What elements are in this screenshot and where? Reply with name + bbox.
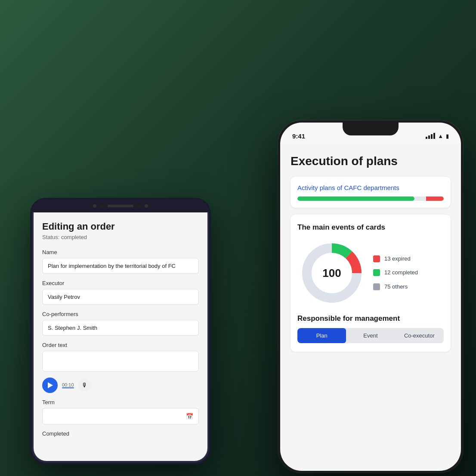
order-text-input[interactable] xyxy=(42,351,199,372)
legend-dot-others xyxy=(373,283,380,290)
signal-bar-1 xyxy=(426,137,427,139)
android-speaker xyxy=(108,205,133,207)
progress-bar-green xyxy=(297,197,414,201)
executor-label: Executor xyxy=(42,280,199,286)
order-text-label: Order text xyxy=(42,342,199,348)
iphone-time: 9:41 xyxy=(292,132,305,140)
name-label: Name xyxy=(42,249,199,255)
progress-bar-red xyxy=(426,197,444,201)
term-label: Term xyxy=(42,399,199,405)
activity-plans-title: Activity plans of CAFC departments xyxy=(297,184,444,192)
legend-item-expired: 13 expired xyxy=(373,255,444,263)
name-input[interactable]: Plan for implementation by the territori… xyxy=(42,258,199,274)
progress-bar xyxy=(297,197,444,201)
app-title: Execution of plans xyxy=(291,154,451,168)
legend-dot-expired xyxy=(373,255,380,262)
executor-input[interactable]: Vasily Petrov xyxy=(42,289,199,305)
tab-event[interactable]: Event xyxy=(346,328,395,343)
signal-bar-3 xyxy=(431,134,433,139)
co-performers-label: Co-performers xyxy=(42,311,199,317)
legend-item-completed: 12 completed xyxy=(373,269,444,276)
term-input[interactable]: 📅 xyxy=(42,408,199,424)
mic-icon[interactable]: 🎙 xyxy=(78,379,91,392)
audio-player: 00:10 🎙 xyxy=(42,378,199,393)
play-icon xyxy=(48,382,53,388)
android-notch-bar xyxy=(32,200,209,212)
android-status-text: Status: completed xyxy=(42,234,199,240)
battery-icon: ▮ xyxy=(446,133,449,139)
legend-dot-completed xyxy=(373,269,380,276)
tab-plan[interactable]: Plan xyxy=(297,328,346,343)
android-phone: Editing an order Status: completed Name … xyxy=(30,198,211,464)
completed-label: Completed xyxy=(42,430,199,437)
signal-bar-2 xyxy=(428,135,430,139)
android-screen: Editing an order Status: completed Name … xyxy=(34,212,207,461)
legend-label-expired: 13 expired xyxy=(384,255,411,263)
iphone: 9:41 ▲ ▮ Execution of plans Activity pla… xyxy=(278,120,463,473)
events-content: 100 13 expired 12 completed xyxy=(297,239,444,307)
android-app-title: Editing an order xyxy=(42,221,199,232)
audio-time: 00:10 xyxy=(62,382,74,387)
legend-label-others: 75 others xyxy=(384,283,408,291)
legend-label-completed: 12 completed xyxy=(384,269,418,276)
donut-chart: 100 xyxy=(297,239,366,307)
co-performers-input[interactable]: S. Stephen J. Smith xyxy=(42,320,199,336)
activity-plans-card: Activity plans of CAFC departments xyxy=(291,177,451,208)
events-card: The main events of cards 100 xyxy=(291,215,451,352)
iphone-screen: Execution of plans Activity plans of CAF… xyxy=(280,144,461,471)
wifi-icon: ▲ xyxy=(438,133,443,139)
android-front-camera xyxy=(100,204,104,208)
iphone-status-bar: 9:41 ▲ ▮ xyxy=(280,123,461,144)
tab-co-executor[interactable]: Co-executor xyxy=(395,328,444,343)
play-button[interactable] xyxy=(42,378,58,393)
signal-bars-icon xyxy=(426,133,435,139)
events-card-title: The main events of cards xyxy=(297,223,444,232)
calendar-icon: 📅 xyxy=(186,413,193,420)
iphone-notch xyxy=(343,123,399,135)
tab-bar[interactable]: Plan Event Co-executor xyxy=(297,328,444,343)
chart-legend: 13 expired 12 completed 75 others xyxy=(373,255,444,291)
audio-progress-bar xyxy=(62,387,74,388)
responsible-title: Responsible for management xyxy=(297,314,444,323)
donut-center-value: 100 xyxy=(322,266,341,279)
android-dot-2 xyxy=(145,204,148,208)
android-sensor xyxy=(137,204,141,208)
android-dot-1 xyxy=(93,204,96,208)
signal-bar-4 xyxy=(433,133,435,139)
legend-item-others: 75 others xyxy=(373,283,444,291)
iphone-status-icons: ▲ ▮ xyxy=(426,133,449,139)
